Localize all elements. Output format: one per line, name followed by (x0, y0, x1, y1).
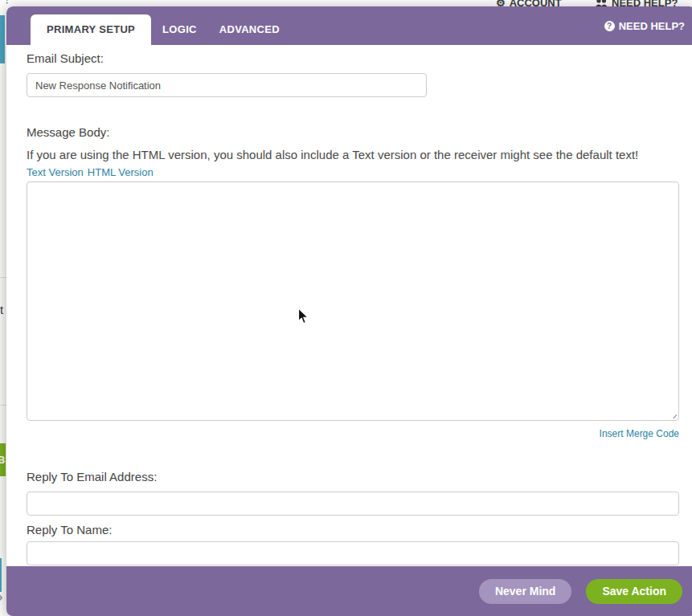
need-help-link[interactable]: ? NEED HELP? (604, 20, 685, 32)
reply-to-email-label: Reply To Email Address: (27, 469, 679, 485)
reply-to-name-input[interactable] (27, 541, 679, 565)
message-body-label: Message Body: (27, 124, 679, 141)
divider (0, 277, 6, 278)
background-page-left-strip: t B › (0, 0, 6, 616)
version-links: Text VersionHTML Version (27, 165, 679, 179)
teal-accent-bar (0, 15, 5, 63)
need-help-label: NEED HELP? (619, 20, 685, 32)
reply-to-email-input[interactable] (27, 492, 679, 516)
modal-tab-bar: PRIMARY SETUP LOGIC ADVANCED ? NEED HELP… (6, 6, 692, 45)
tab-advanced[interactable]: ADVANCED (208, 14, 291, 45)
modal-content: Email Subject: Message Body: If you are … (6, 51, 692, 565)
message-body-wrap (27, 182, 679, 421)
chevron-right-icon: › (0, 585, 3, 608)
email-action-modal: PRIMARY SETUP LOGIC ADVANCED ? NEED HELP… (6, 6, 692, 616)
html-version-link[interactable]: HTML Version (88, 166, 154, 178)
reply-to-name-label: Reply To Name: (27, 522, 679, 538)
insert-merge-code-link[interactable]: Insert Merge Code (600, 428, 679, 439)
email-subject-input[interactable] (27, 73, 427, 97)
never-mind-button[interactable]: Never Mind (479, 579, 571, 604)
save-action-button[interactable]: Save Action (586, 579, 682, 604)
tab-primary-setup[interactable]: PRIMARY SETUP (31, 14, 151, 45)
message-body-hint: If you are using the HTML version, you s… (27, 144, 679, 165)
email-subject-label: Email Subject: (27, 51, 679, 67)
text-version-link[interactable]: Text Version (27, 166, 84, 178)
merge-code-row: Insert Merge Code (27, 428, 679, 439)
modal-footer: Never Mind Save Action (6, 566, 692, 616)
background-text-fragment: t (0, 303, 3, 316)
message-body-textarea[interactable] (27, 182, 679, 421)
tab-logic[interactable]: LOGIC (151, 14, 208, 45)
question-circle-icon: ? (604, 21, 615, 31)
divider (0, 405, 6, 406)
background-green-button-fragment: B (0, 443, 6, 476)
